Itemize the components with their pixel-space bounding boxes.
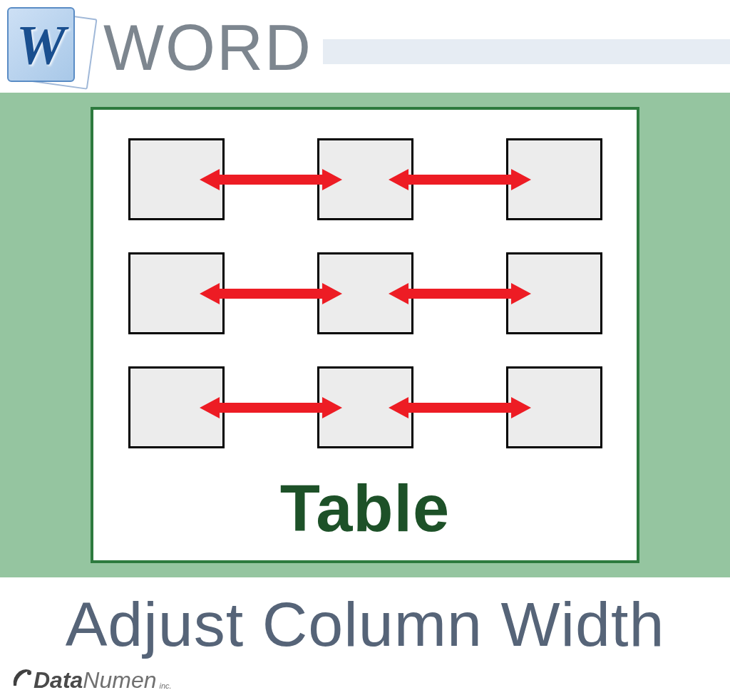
word-app-icon: W	[7, 7, 93, 89]
resize-arrow-left-icon	[200, 393, 271, 422]
resize-arrow-right-icon	[460, 165, 531, 194]
resize-arrow-left-icon	[389, 393, 460, 422]
column-resize-gap	[413, 366, 506, 448]
header-title: WORD	[103, 11, 312, 85]
resize-arrow-left-icon	[389, 279, 460, 308]
resize-arrow-left-icon	[389, 165, 460, 194]
diagram-panel: Table	[0, 93, 730, 577]
resize-arrow-left-icon	[200, 165, 271, 194]
table-row	[125, 138, 605, 220]
resize-arrow-right-icon	[271, 393, 342, 422]
column-resize-gap	[225, 138, 317, 220]
svg-point-0	[27, 671, 31, 675]
resize-arrow-right-icon	[460, 393, 531, 422]
brand-logo: DataNumen inc.	[0, 664, 730, 696]
table-diagram-box: Table	[91, 107, 639, 563]
column-resize-gap	[413, 138, 506, 220]
header-decorative-bar	[323, 39, 730, 64]
diagram-label: Table	[125, 471, 605, 546]
column-resize-gap	[225, 252, 317, 334]
table-grid	[125, 138, 605, 448]
column-resize-gap	[413, 252, 506, 334]
column-resize-gap	[225, 366, 317, 448]
table-row	[125, 252, 605, 334]
footer-title: Adjust Column Width	[0, 577, 730, 664]
word-icon-letter: W	[16, 13, 66, 77]
resize-arrow-left-icon	[200, 279, 271, 308]
table-row	[125, 366, 605, 448]
brand-suffix: inc.	[160, 681, 172, 690]
resize-arrow-right-icon	[271, 165, 342, 194]
header: W WORD	[0, 0, 730, 93]
brand-swoosh-icon	[11, 664, 35, 696]
brand-name: DataNumen	[34, 667, 157, 694]
resize-arrow-right-icon	[271, 279, 342, 308]
resize-arrow-right-icon	[460, 279, 531, 308]
